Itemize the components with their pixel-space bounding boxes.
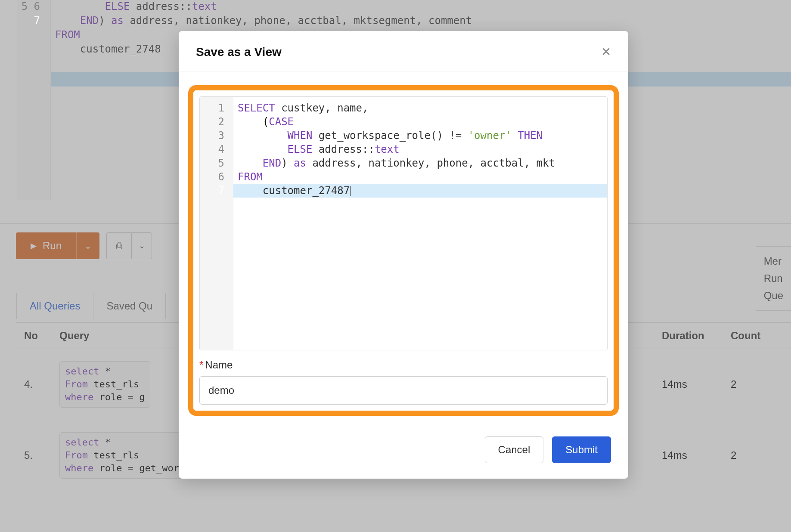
cancel-button[interactable]: Cancel [485, 436, 544, 463]
name-label: *Name [199, 359, 233, 371]
view-name-input[interactable] [199, 376, 608, 405]
name-field-row: *Name [199, 359, 608, 405]
modal-title: Save as a View [196, 45, 282, 59]
close-icon[interactable]: ✕ [601, 45, 611, 59]
highlighted-form-area: 1234567 SELECT custkey, name, (CASE WHEN… [188, 85, 619, 416]
modal-code-lines[interactable]: SELECT custkey, name, (CASE WHEN get_wor… [233, 97, 607, 198]
modal-footer: Cancel Submit [179, 416, 628, 463]
save-view-modal: Save as a View ✕ 1234567 SELECT custkey,… [179, 31, 628, 479]
modal-gutter: 1234567 [200, 97, 233, 350]
modal-header: Save as a View ✕ [179, 31, 628, 71]
submit-button[interactable]: Submit [552, 436, 611, 463]
modal-code-editor[interactable]: 1234567 SELECT custkey, name, (CASE WHEN… [199, 96, 608, 350]
